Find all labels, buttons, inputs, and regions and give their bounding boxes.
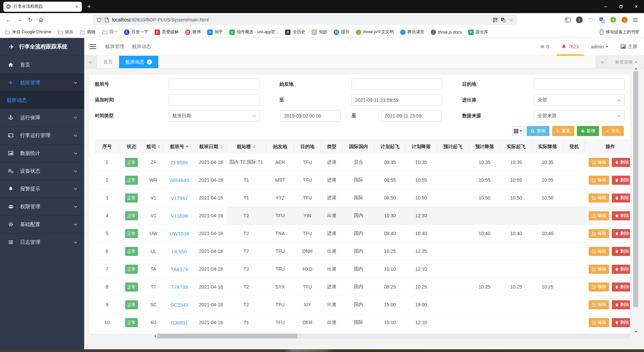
flight-number-link[interactable]: T78739 xyxy=(171,284,188,290)
forward-icon[interactable]: → xyxy=(14,15,25,25)
data-source-select[interactable]: 全部来源 xyxy=(534,110,625,122)
sidebar-item-anchor[interactable]: 运行保障 xyxy=(0,108,84,126)
address-bar[interactable]: localhost:62810/BOP-PLUS/System/main.htm… xyxy=(93,15,517,25)
bookmark-folder[interactable]: 购物 xyxy=(80,29,96,35)
column-header[interactable]: 航班号 xyxy=(163,140,196,153)
vertical-scrollbar-thumb[interactable] xyxy=(633,71,638,307)
tab-close-icon[interactable]: × xyxy=(75,4,79,9)
tab-close-icon[interactable]: × xyxy=(147,59,152,64)
sidebar-item-users[interactable]: 权限管理 xyxy=(0,197,84,215)
flight-number-link[interactable]: TA6374 xyxy=(171,266,188,272)
bookmark-item[interactable]: A全历史 xyxy=(285,29,305,35)
bookmark-item[interactable]: 知知乎 xyxy=(207,29,223,35)
new-tab-button[interactable]: + xyxy=(87,3,91,10)
sort-icon[interactable] xyxy=(186,146,189,147)
edit-button[interactable]: 编辑 xyxy=(589,193,609,203)
mobile-bookmarks[interactable]: 移动设备上的书签 xyxy=(599,29,639,35)
column-settings-dropdown[interactable] xyxy=(512,126,524,136)
edit-button[interactable]: 编辑 xyxy=(589,247,609,256)
sort-icon[interactable] xyxy=(253,145,256,149)
horizontal-scrollbar-thumb[interactable] xyxy=(157,334,298,339)
edit-button[interactable]: 编辑 xyxy=(589,176,609,185)
home-icon[interactable] xyxy=(36,15,46,25)
bookmark-item[interactable]: three.js docs xyxy=(431,30,462,35)
bookmark-folder[interactable]: 娱乐 xyxy=(58,29,73,35)
origin-input[interactable] xyxy=(352,79,442,90)
bookmark-item[interactable]: 国国开 xyxy=(334,29,350,35)
sidebar-item-bell[interactable]: 报警提示 xyxy=(0,180,84,197)
flight-no-input[interactable] xyxy=(169,79,260,90)
bookmark-star-icon[interactable]: ☆ xyxy=(509,17,513,23)
hamburger-icon[interactable] xyxy=(90,44,96,49)
sidebar-toggle-icon[interactable] xyxy=(565,17,571,23)
qr-code-icon[interactable] xyxy=(493,17,498,23)
flight-number-link[interactable]: V11698 xyxy=(171,213,188,219)
delete-button[interactable]: 删除 xyxy=(612,229,630,238)
bookmark-item[interactable]: three.js中文文档 xyxy=(356,29,394,35)
sidebar-subitem[interactable]: 航班动态 xyxy=(0,91,84,108)
translate-icon[interactable]: A文 xyxy=(501,17,506,23)
edit-button[interactable]: 编辑 xyxy=(589,318,609,327)
export-button[interactable]: ✓ 导出 xyxy=(602,126,624,136)
breadcrumb-item[interactable]: 航班动态 xyxy=(132,44,151,50)
scroll-down-arrow-icon[interactable] xyxy=(635,331,637,334)
bookmark-item[interactable]: 百百度一下 xyxy=(124,29,148,35)
column-header[interactable]: 航司 xyxy=(144,140,163,153)
sidebar-item-card[interactable]: 行李运行管理 xyxy=(0,126,84,144)
translate-extension-icon[interactable]: A文 xyxy=(599,17,605,23)
alarm-indicator[interactable]: 7623 xyxy=(561,38,579,56)
bookmark-item[interactable]: M源仓库 xyxy=(468,29,488,35)
add-time-input[interactable] xyxy=(169,94,260,106)
sidebar-item-chart[interactable]: 数据统计 xyxy=(0,144,84,162)
flight-number-link[interactable]: WR4645 xyxy=(169,177,189,183)
extension-badge[interactable]: 1 xyxy=(576,16,583,23)
sidebar-item-home[interactable]: 首页 xyxy=(0,56,84,74)
tab-options-dropdown[interactable]: 标签选项 xyxy=(608,56,644,68)
edit-button[interactable]: 编辑 xyxy=(589,265,609,274)
bookmark-item[interactable]: 吾吾爱破解 xyxy=(155,29,179,35)
orange-extension-icon[interactable]: ◑ xyxy=(622,17,628,23)
breadcrumb-item[interactable]: 航班管理 xyxy=(105,44,124,50)
scroll-up-arrow-icon[interactable] xyxy=(635,67,637,69)
sort-icon[interactable] xyxy=(158,145,160,149)
delete-button[interactable]: 删除 xyxy=(612,247,630,256)
tabs-scroll-left-icon[interactable]: « xyxy=(84,56,97,68)
reset-button[interactable]: ↻ 重置 xyxy=(552,126,574,136)
destination-input[interactable] xyxy=(534,79,625,90)
sort-icon[interactable] xyxy=(220,145,223,149)
add-button[interactable]: ✚ 新增 xyxy=(577,126,599,136)
flight-number-link[interactable]: V17967 xyxy=(171,195,188,201)
column-header[interactable]: 航班日期 xyxy=(196,140,226,153)
time-type-select[interactable]: 航班日期 xyxy=(169,110,260,122)
flight-number-link[interactable]: ZF8586 xyxy=(171,160,188,165)
delete-button[interactable]: 删除 xyxy=(612,282,630,292)
green-extension-icon[interactable]: ✚ xyxy=(610,17,616,23)
close-button[interactable]: ✕ xyxy=(629,0,644,13)
bookmark-item[interactable]: 微微博 xyxy=(185,29,201,35)
main-screen-button[interactable]: 主屏 xyxy=(621,38,637,56)
browser-tab[interactable]: 行李全流程跟踪 × xyxy=(3,2,82,12)
sidebar-item-gears[interactable]: 设备状态 xyxy=(0,162,84,180)
search-button[interactable]: 查询 xyxy=(527,126,549,136)
bookmark-folder[interactable]: 贝一 xyxy=(102,29,118,35)
horizontal-scrollbar[interactable] xyxy=(153,334,630,339)
scroll-left-arrow-icon[interactable] xyxy=(153,335,156,338)
delete-button[interactable]: 删除 xyxy=(612,265,630,274)
edit-button[interactable]: 编辑 xyxy=(589,282,609,292)
flight-number-link[interactable]: UW1036 xyxy=(169,231,189,236)
bookmark-item[interactable]: 腾讯课堂 xyxy=(400,29,424,35)
user-menu[interactable]: admin xyxy=(591,38,608,56)
bookmark-item[interactable]: u组件概述 - uni-app官... xyxy=(229,29,279,35)
delete-button[interactable]: 删除 xyxy=(612,176,630,185)
maximize-button[interactable] xyxy=(613,0,629,13)
bookmark-folder[interactable]: 来自 Google Chrome xyxy=(5,29,51,35)
mail-indicator[interactable]: ✉ 0 xyxy=(540,38,549,56)
reload-icon[interactable]: ↻ xyxy=(25,15,36,25)
bookmark-item[interactable]: 妖知妖 xyxy=(312,29,327,35)
flight-number-link[interactable]: RJ6891 xyxy=(171,320,188,325)
sidebar-item-gear[interactable]: 基础配置 xyxy=(0,215,84,233)
delete-button[interactable]: 删除 xyxy=(612,318,630,327)
page-info-icon[interactable] xyxy=(105,17,109,23)
tabs-scroll-right-icon[interactable]: » xyxy=(596,56,608,68)
flight-number-link[interactable]: SC2343 xyxy=(170,302,188,308)
